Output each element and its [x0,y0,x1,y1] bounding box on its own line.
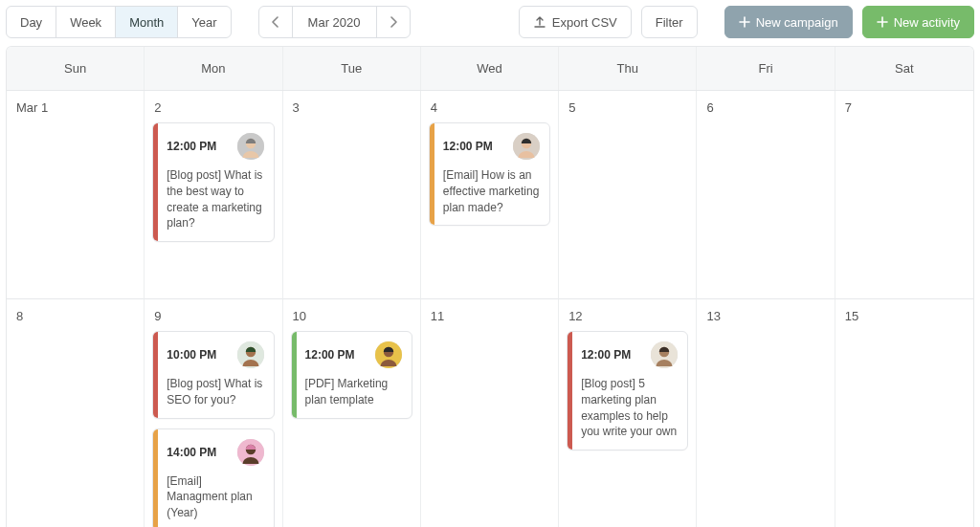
chevron-left-icon [271,16,280,28]
day-number: 4 [431,100,550,115]
event-card[interactable]: 10:00 PM [Blog post] What is SEO for you… [152,331,274,419]
avatar [375,341,402,368]
day-cell[interactable]: 7 [835,91,973,299]
next-period-button[interactable] [377,7,410,37]
weekday-sun: Sun [7,47,145,90]
day-cell[interactable]: Mar 1 [7,91,145,299]
upload-icon [533,15,546,29]
day-number: 15 [845,309,966,323]
calendar: Sun Mon Tue Wed Thu Fri Sat Mar 1212:00 … [6,46,974,527]
day-cell[interactable]: 910:00 PM [Blog post] What is SEO for yo… [145,299,282,527]
event-card[interactable]: 14:00 PM [Email] Managment plan (Year) [152,428,274,527]
event-card-header: 12:00 PM [443,133,540,160]
day-number: 11 [431,309,550,323]
day-number: 10 [293,309,412,323]
event-card[interactable]: 12:00 PM [Email] How is an effective mar… [429,122,550,226]
event-stripe [153,123,158,241]
day-number: 7 [845,100,966,115]
plus-icon [877,16,888,28]
weekday-thu: Thu [559,47,697,90]
event-title: [Blog post] What is the best way to crea… [167,167,263,231]
event-time: 12:00 PM [305,348,355,362]
avatar [237,133,264,160]
filter-label: Filter [656,15,683,30]
event-time: 12:00 PM [581,348,631,362]
view-week[interactable]: Week [56,7,116,37]
chevron-right-icon [389,16,398,28]
day-number: 2 [154,100,274,115]
new-activity-button[interactable]: New activity [862,6,974,38]
day-number: 8 [16,309,136,323]
event-card[interactable]: 12:00 PM [Blog post] What is the best wa… [152,122,274,242]
day-cell[interactable]: 11 [421,299,559,527]
event-card-header: 12:00 PM [167,133,263,160]
day-cell[interactable]: 1012:00 PM [PDF] Marketing plan template [283,299,421,527]
export-csv-label: Export CSV [552,15,617,30]
plus-icon [739,16,750,28]
day-number: 12 [568,309,688,323]
view-year[interactable]: Year [178,7,230,37]
view-day[interactable]: Day [7,7,56,37]
new-campaign-button[interactable]: New campaign [724,6,853,38]
event-time: 14:00 PM [167,446,216,459]
event-card-header: 12:00 PM [581,341,678,368]
event-stripe [568,332,572,450]
event-time: 10:00 PM [167,348,216,362]
weekday-wed: Wed [421,47,559,90]
event-stripe [153,332,158,418]
prev-period-button[interactable] [259,7,293,37]
event-title: [Email] How is an effective marketing pl… [443,167,540,215]
avatar [651,341,678,368]
event-title: [Blog post] What is SEO for you? [167,376,263,408]
weekday-mon: Mon [145,47,282,90]
event-card-header: 12:00 PM [305,341,402,368]
event-stripe [430,123,434,225]
day-number: 3 [293,100,412,115]
day-cell[interactable]: 6 [697,91,835,299]
event-card-header: 10:00 PM [167,341,263,368]
avatar [237,341,264,368]
event-card-header: 14:00 PM [167,439,263,466]
day-number: 5 [568,100,688,115]
weekday-sat: Sat [835,47,973,90]
day-cell[interactable]: 13 [697,299,835,527]
event-title: [Email] Managment plan (Year) [167,473,263,521]
day-number: 6 [706,100,826,115]
event-time: 12:00 PM [167,140,216,153]
event-stripe [292,332,297,418]
day-cell[interactable]: 1212:00 PM [Blog post] 5 marketing plan … [559,299,697,527]
period-label[interactable]: Mar 2020 [293,7,377,37]
day-cell[interactable]: 412:00 PM [Email] How is an effective ma… [421,91,559,299]
weekday-fri: Fri [697,47,835,90]
event-card[interactable]: 12:00 PM [Blog post] 5 marketing plan ex… [567,331,688,450]
day-number: Mar 1 [16,100,136,115]
event-title: [PDF] Marketing plan template [305,376,402,408]
event-time: 12:00 PM [443,140,493,153]
event-stripe [153,429,158,527]
day-cell[interactable]: 212:00 PM [Blog post] What is the best w… [145,91,282,299]
weekday-tue: Tue [283,47,421,90]
toolbar: Day Week Month Year Mar 2020 [6,4,974,46]
new-activity-label: New activity [894,15,960,30]
filter-button[interactable]: Filter [641,6,698,38]
view-switch: Day Week Month Year [6,6,232,38]
day-cell[interactable]: 5 [559,91,697,299]
day-number: 13 [706,309,826,323]
view-month[interactable]: Month [116,7,178,37]
avatar [513,133,540,160]
event-title: [Blog post] 5 marketing plan examples to… [581,376,678,440]
day-number: 9 [154,309,274,323]
calendar-grid: Mar 1212:00 PM [Blog post] What is the b… [7,91,973,527]
new-campaign-label: New campaign [756,15,838,30]
avatar [237,439,264,466]
day-cell[interactable]: 3 [283,91,421,299]
day-cell[interactable]: 8 [7,299,145,527]
event-card[interactable]: 12:00 PM [PDF] Marketing plan template [291,331,412,419]
export-csv-button[interactable]: Export CSV [519,6,632,38]
weekday-header: Sun Mon Tue Wed Thu Fri Sat [7,47,973,91]
day-cell[interactable]: 15 [835,299,973,527]
period-nav: Mar 2020 [258,6,411,38]
